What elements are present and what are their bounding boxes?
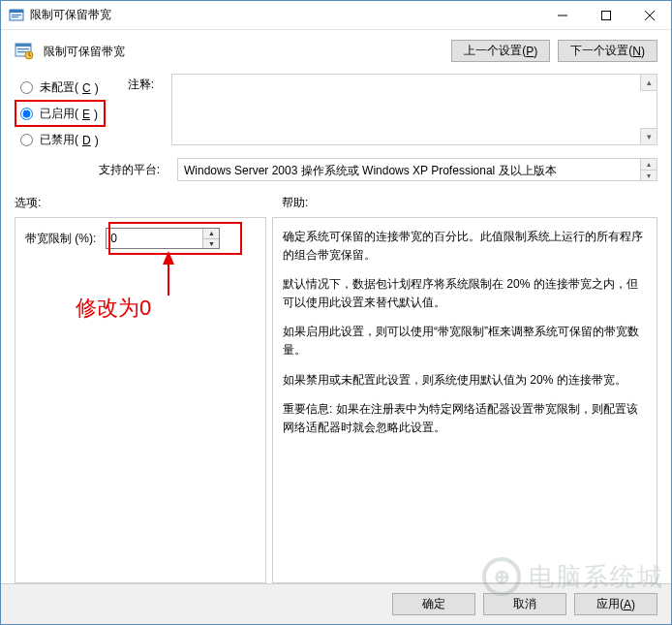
comment-textarea[interactable]: ▴ ▾ xyxy=(171,74,657,145)
bandwidth-option-row: 带宽限制 (%): ▲ ▼ xyxy=(25,228,256,249)
policy-title: 限制可保留带宽 xyxy=(44,40,442,60)
svg-rect-9 xyxy=(15,44,31,47)
bottom-bar: 确定 取消 应用(A) xyxy=(1,583,671,624)
ok-button[interactable]: 确定 xyxy=(392,593,475,615)
close-button[interactable] xyxy=(627,1,671,29)
platform-textbox: Windows Server 2003 操作系统或 Windows XP Pro… xyxy=(177,158,657,181)
radio-enabled[interactable]: 已启用(E) xyxy=(20,106,102,122)
comment-label: 注释: xyxy=(102,74,171,93)
titlebar: 限制可保留带宽 xyxy=(1,1,671,30)
annotation-text: 修改为0 xyxy=(76,294,151,323)
help-p1: 确定系统可保留的连接带宽的百分比。此值限制系统上运行的所有程序的组合带宽保留。 xyxy=(283,228,647,264)
help-p4: 如果禁用或未配置此设置，则系统使用默认值为 20% 的连接带宽。 xyxy=(283,371,647,390)
help-p5: 重要信息: 如果在注册表中为特定网络适配器设置带宽限制，则配置该网络适配器时就会… xyxy=(283,400,647,436)
spinner-down-icon[interactable]: ▼ xyxy=(202,239,219,249)
options-label: 选项: xyxy=(15,195,282,211)
header-row: 限制可保留带宽 上一个设置(P) 下一个设置(N) xyxy=(15,40,657,62)
radio-not-configured[interactable]: 未配置(C) xyxy=(20,79,102,96)
svg-rect-11 xyxy=(17,51,26,52)
dialog-window: 限制可保留带宽 xyxy=(0,0,672,625)
minimize-button[interactable] xyxy=(540,1,584,29)
svg-rect-10 xyxy=(17,48,29,49)
scroll-down-icon[interactable]: ▾ xyxy=(640,128,657,144)
app-icon xyxy=(9,8,24,23)
prev-setting-button[interactable]: 上一个设置(P) xyxy=(451,40,550,62)
svg-rect-5 xyxy=(601,11,610,19)
scroll-up-icon[interactable]: ▴ xyxy=(640,159,657,170)
platform-row: 支持的平台: Windows Server 2003 操作系统或 Windows… xyxy=(15,158,657,181)
radio-disabled[interactable]: 已禁用(D) xyxy=(20,132,102,148)
cancel-button[interactable]: 取消 xyxy=(483,593,566,615)
content-area: 限制可保留带宽 上一个设置(P) 下一个设置(N) 未配置(C) 已启用(E) … xyxy=(1,30,671,583)
state-radio-group: 未配置(C) 已启用(E) 已禁用(D) xyxy=(15,74,102,148)
policy-icon xyxy=(15,42,34,61)
help-p3: 如果启用此设置，则可以使用“带宽限制”框来调整系统可保留的带宽数量。 xyxy=(283,323,647,359)
split-labels: 选项: 帮助: xyxy=(15,195,657,211)
options-pane: 带宽限制 (%): ▲ ▼ xyxy=(15,217,266,583)
help-p2: 默认情况下，数据包计划程序将系统限制在 20% 的连接带宽之内，但可以使用此设置… xyxy=(283,275,647,311)
platform-text: Windows Server 2003 操作系统或 Windows XP Pro… xyxy=(184,164,557,177)
svg-rect-3 xyxy=(12,16,18,17)
platform-label: 支持的平台: xyxy=(15,158,177,178)
next-setting-button[interactable]: 下一个设置(N) xyxy=(558,40,657,62)
window-title: 限制可保留带宽 xyxy=(30,7,540,23)
split-body: 带宽限制 (%): ▲ ▼ xyxy=(15,217,657,583)
svg-rect-2 xyxy=(12,15,21,16)
help-label: 帮助: xyxy=(282,195,657,211)
svg-rect-1 xyxy=(10,10,23,13)
spinner-up-icon[interactable]: ▲ xyxy=(202,229,219,239)
bandwidth-spinner-wrap: ▲ ▼ xyxy=(106,228,220,249)
scroll-up-icon[interactable]: ▴ xyxy=(640,75,657,91)
apply-button[interactable]: 应用(A) xyxy=(574,593,657,615)
help-pane: 确定系统可保留的连接带宽的百分比。此值限制系统上运行的所有程序的组合带宽保留。 … xyxy=(272,217,657,583)
config-row: 未配置(C) 已启用(E) 已禁用(D) 注释: ▴ ▾ xyxy=(15,74,657,148)
maximize-button[interactable] xyxy=(584,1,627,29)
scroll-down-icon[interactable]: ▾ xyxy=(640,170,657,180)
bandwidth-label: 带宽限制 (%): xyxy=(25,231,96,247)
